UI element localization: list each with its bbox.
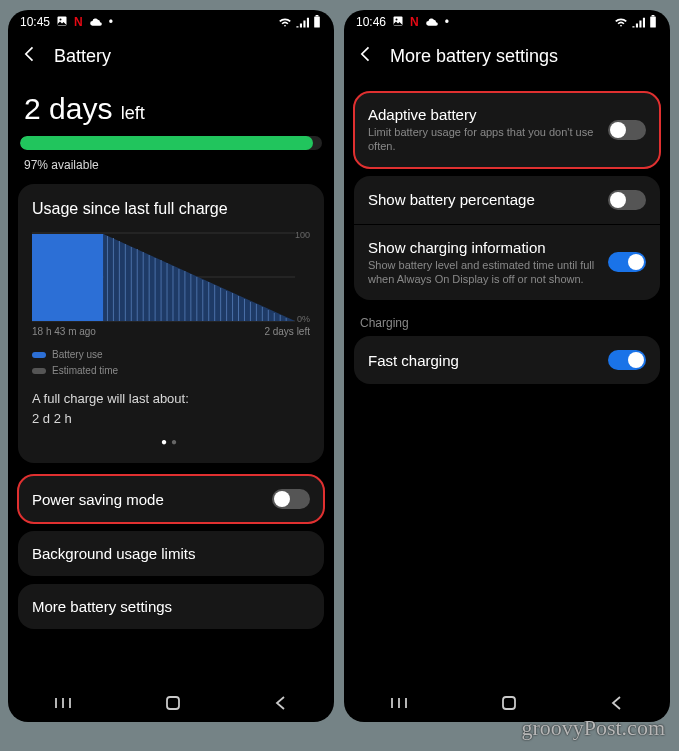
adaptive-battery-label: Adaptive battery bbox=[368, 106, 598, 123]
android-nav-bar bbox=[8, 684, 334, 722]
wifi-icon bbox=[614, 16, 628, 28]
more-icon: • bbox=[109, 15, 113, 29]
chart-legend: Battery use Estimated time bbox=[32, 347, 310, 379]
signal-icon bbox=[295, 16, 309, 28]
battery-icon bbox=[648, 15, 658, 29]
netflix-icon: N bbox=[74, 15, 83, 29]
status-time: 10:46 bbox=[356, 15, 386, 29]
show-percentage-toggle[interactable] bbox=[608, 190, 646, 210]
battery-icon bbox=[312, 15, 322, 29]
more-battery-settings-row[interactable]: More battery settings bbox=[18, 584, 324, 629]
status-time: 10:45 bbox=[20, 15, 50, 29]
svg-rect-46 bbox=[652, 15, 655, 16]
charging-section-label: Charging bbox=[354, 310, 660, 336]
svg-rect-7 bbox=[32, 234, 103, 321]
battery-progress-fill bbox=[20, 136, 313, 150]
power-saving-label: Power saving mode bbox=[32, 491, 164, 508]
back-icon[interactable] bbox=[20, 44, 40, 68]
watermark: groovyPost.com bbox=[521, 715, 665, 741]
recents-icon[interactable] bbox=[389, 695, 409, 711]
back-nav-icon[interactable] bbox=[273, 695, 289, 711]
svg-point-44 bbox=[396, 18, 398, 20]
back-nav-icon[interactable] bbox=[609, 695, 625, 711]
svg-rect-45 bbox=[650, 16, 656, 27]
home-icon[interactable] bbox=[164, 694, 182, 712]
svg-rect-42 bbox=[167, 697, 179, 709]
adaptive-battery-desc: Limit battery usage for apps that you do… bbox=[368, 125, 598, 154]
show-charging-info-row[interactable]: Show charging information Show battery l… bbox=[354, 224, 660, 301]
fast-charging-toggle[interactable] bbox=[608, 350, 646, 370]
page-title: More battery settings bbox=[390, 46, 558, 67]
battery-display-card: Show battery percentage Show charging in… bbox=[354, 176, 660, 301]
photo-icon bbox=[392, 15, 404, 30]
adaptive-battery-toggle[interactable] bbox=[608, 120, 646, 140]
chart-x-left: 18 h 43 m ago bbox=[32, 326, 96, 337]
svg-rect-3 bbox=[316, 15, 319, 16]
fast-charging-row[interactable]: Fast charging bbox=[354, 336, 660, 384]
status-bar: 10:45 N • bbox=[8, 10, 334, 34]
show-percentage-row[interactable]: Show battery percentage bbox=[354, 176, 660, 224]
photo-icon bbox=[56, 15, 68, 30]
adaptive-battery-row[interactable]: Adaptive battery Limit battery usage for… bbox=[354, 92, 660, 168]
show-charging-info-toggle[interactable] bbox=[608, 252, 646, 272]
usage-card-title: Usage since last full charge bbox=[32, 200, 310, 218]
svg-rect-50 bbox=[503, 697, 515, 709]
wifi-icon bbox=[278, 16, 292, 28]
battery-progress-bar bbox=[20, 136, 322, 150]
back-icon[interactable] bbox=[356, 44, 376, 68]
page-title: Battery bbox=[54, 46, 111, 67]
signal-icon bbox=[631, 16, 645, 28]
battery-percentage-text: 97% available bbox=[18, 156, 324, 184]
full-charge-estimate: A full charge will last about: 2 d 2 h bbox=[32, 389, 310, 428]
cloud-icon bbox=[89, 15, 103, 29]
more-icon: • bbox=[445, 15, 449, 29]
phone-more-battery-settings-screen: 10:46 N • More battery setting bbox=[344, 10, 670, 722]
power-saving-toggle[interactable] bbox=[272, 489, 310, 509]
header: Battery bbox=[8, 34, 334, 74]
status-bar: 10:46 N • bbox=[344, 10, 670, 34]
page-indicator[interactable]: ●● bbox=[32, 428, 310, 449]
cloud-icon bbox=[425, 15, 439, 29]
svg-rect-2 bbox=[314, 16, 320, 27]
svg-point-1 bbox=[60, 18, 62, 20]
netflix-icon: N bbox=[410, 15, 419, 29]
usage-card: Usage since last full charge 100 0% bbox=[18, 184, 324, 463]
chart-x-right: 2 days left bbox=[264, 326, 310, 337]
header: More battery settings bbox=[344, 34, 670, 74]
power-saving-mode-row[interactable]: Power saving mode bbox=[18, 475, 324, 523]
battery-estimate: 2 days left bbox=[18, 74, 324, 128]
background-usage-limits-row[interactable]: Background usage limits bbox=[18, 531, 324, 576]
battery-usage-chart[interactable]: 100 0% bbox=[32, 232, 310, 322]
recents-icon[interactable] bbox=[53, 695, 73, 711]
phone-battery-screen: 10:45 N • Battery bbox=[8, 10, 334, 722]
home-icon[interactable] bbox=[500, 694, 518, 712]
